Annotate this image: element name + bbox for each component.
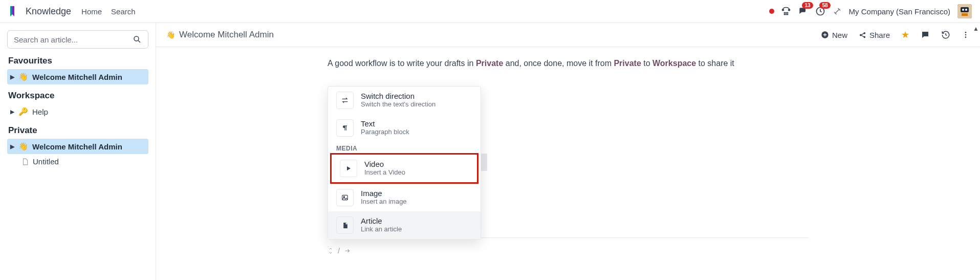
svg-point-16 xyxy=(860,34,861,36)
file-icon xyxy=(336,217,354,234)
wave-icon: 👋 xyxy=(18,142,28,151)
search-icon[interactable] xyxy=(133,35,142,44)
article-header: 👋 Welcome Mitchell Admin New Share ★ xyxy=(156,23,980,47)
popover-item-sub: Link an article xyxy=(361,225,402,233)
svg-point-21 xyxy=(965,36,967,38)
popover-item-article[interactable]: Article Link an article xyxy=(328,211,481,239)
sidebar-item-private-untitled[interactable]: Untitled xyxy=(7,154,148,169)
user-avatar[interactable] xyxy=(957,4,972,18)
svg-rect-22 xyxy=(342,195,348,200)
tools-icon[interactable] xyxy=(833,7,842,16)
popover-item-sub: Paragraph block xyxy=(361,128,409,136)
share-button[interactable]: Share xyxy=(859,31,890,39)
svg-point-18 xyxy=(864,36,865,38)
app-logo-icon xyxy=(8,5,20,17)
svg-rect-0 xyxy=(782,9,783,10)
recording-indicator-icon xyxy=(769,9,774,14)
content-area: ▲ 👋 Welcome Mitchell Admin New Share ★ xyxy=(156,23,980,280)
popover-item-title: Video xyxy=(364,160,405,168)
article-body[interactable]: A good workflow is to write your drafts … xyxy=(156,47,980,280)
popover-item-title: Article xyxy=(361,217,402,225)
sidebar-item-favourite-welcome[interactable]: ▶ 👋 Welcome Mitchell Admin xyxy=(7,69,148,84)
popover-item-sub: Insert an image xyxy=(361,198,407,205)
history-icon[interactable] xyxy=(941,30,950,39)
popover-item-title: Image xyxy=(361,189,407,198)
scroll-up-icon[interactable]: ▲ xyxy=(973,25,979,32)
caret-icon[interactable]: ▶ xyxy=(10,143,15,150)
messages-badge: 13 xyxy=(802,2,813,9)
plus-circle-icon xyxy=(821,31,829,39)
wave-icon: 👋 xyxy=(18,72,28,81)
company-selector[interactable]: My Company (San Francisco) xyxy=(849,7,950,16)
popover-item-sub: Insert a Video xyxy=(364,168,405,176)
popover-section-media: MEDIA xyxy=(328,142,481,153)
new-label: New xyxy=(832,31,847,39)
sidebar: Favourites ▶ 👋 Welcome Mitchell Admin Wo… xyxy=(0,23,156,280)
popover-item-text[interactable]: Text Paragraph block xyxy=(328,114,481,142)
slash-command-popover: Switch direction Switch the text's direc… xyxy=(328,86,481,240)
svg-rect-13 xyxy=(962,13,968,16)
svg-rect-1 xyxy=(788,9,790,10)
favourite-star-icon[interactable]: ★ xyxy=(901,29,909,40)
private-link-2[interactable]: Private xyxy=(614,59,641,68)
svg-point-12 xyxy=(965,9,967,11)
kebab-menu-icon[interactable] xyxy=(962,31,970,39)
popover-item-title: Switch direction xyxy=(361,92,435,100)
svg-point-3 xyxy=(786,12,787,13)
share-label: Share xyxy=(869,31,890,39)
app-name[interactable]: Knowledge xyxy=(26,6,71,17)
sidebar-item-label: Help xyxy=(32,107,48,116)
svg-point-11 xyxy=(962,9,964,11)
sidebar-item-label: Welcome Mitchell Admin xyxy=(32,73,122,81)
topbar-right: 13 58 My Company (San Francisco) xyxy=(769,4,972,18)
private-link[interactable]: Private xyxy=(476,59,503,68)
popover-item-switch-direction[interactable]: Switch direction Switch the text's direc… xyxy=(328,87,481,114)
search-input[interactable] xyxy=(14,35,133,44)
paragraph-icon xyxy=(336,119,354,137)
sidebar-item-workspace-help[interactable]: ▶ 🔑 Help xyxy=(7,104,148,119)
popover-item-sub: Switch the text's direction xyxy=(361,100,435,108)
dialpad-icon[interactable] xyxy=(781,7,791,16)
article-title[interactable]: Welcome Mitchell Admin xyxy=(179,30,274,40)
caret-icon[interactable]: ▶ xyxy=(10,74,15,80)
search-article-box[interactable] xyxy=(7,30,148,49)
svg-point-19 xyxy=(965,32,967,33)
slash-char: / xyxy=(338,246,340,255)
nav-search[interactable]: Search xyxy=(111,7,136,16)
activities-badge: 58 xyxy=(819,2,830,9)
svg-point-4 xyxy=(787,12,788,13)
svg-point-14 xyxy=(134,36,139,41)
svg-point-20 xyxy=(965,34,967,36)
messages-icon[interactable]: 13 xyxy=(798,6,808,16)
svg-point-6 xyxy=(786,14,787,15)
activities-icon[interactable]: 58 xyxy=(815,6,825,16)
topbar: Knowledge Home Search 13 58 My Company (… xyxy=(0,0,980,23)
arrow-right-icon xyxy=(344,247,351,254)
svg-point-7 xyxy=(787,14,788,15)
new-button[interactable]: New xyxy=(821,31,847,39)
file-icon xyxy=(21,158,29,165)
video-highlight-box: Video Insert a Video xyxy=(330,153,478,184)
nav-home[interactable]: Home xyxy=(81,7,102,16)
svg-point-17 xyxy=(864,32,865,34)
popover-item-title: Text xyxy=(361,119,409,128)
key-icon: 🔑 xyxy=(18,107,28,116)
article-emoji-icon[interactable]: 👋 xyxy=(166,31,175,39)
drag-handle-icon[interactable] xyxy=(328,248,334,254)
workspace-link[interactable]: Workspace xyxy=(652,59,696,68)
chat-icon[interactable] xyxy=(921,30,930,39)
play-icon xyxy=(340,160,357,177)
popover-item-image[interactable]: Image Insert an image xyxy=(328,184,481,211)
caret-icon[interactable]: ▶ xyxy=(10,109,15,115)
switch-direction-icon xyxy=(336,92,354,109)
slash-row[interactable]: / xyxy=(328,246,809,255)
sidebar-item-label: Welcome Mitchell Admin xyxy=(32,142,122,151)
image-icon xyxy=(336,189,354,206)
sidebar-item-private-welcome[interactable]: ▶ 👋 Welcome Mitchell Admin xyxy=(7,139,148,154)
sidebar-item-label: Untitled xyxy=(33,157,59,166)
svg-point-2 xyxy=(784,12,785,13)
section-workspace: Workspace xyxy=(8,91,148,101)
svg-rect-10 xyxy=(961,7,969,12)
section-private: Private xyxy=(8,125,148,136)
popover-item-video[interactable]: Video Insert a Video xyxy=(332,155,477,182)
